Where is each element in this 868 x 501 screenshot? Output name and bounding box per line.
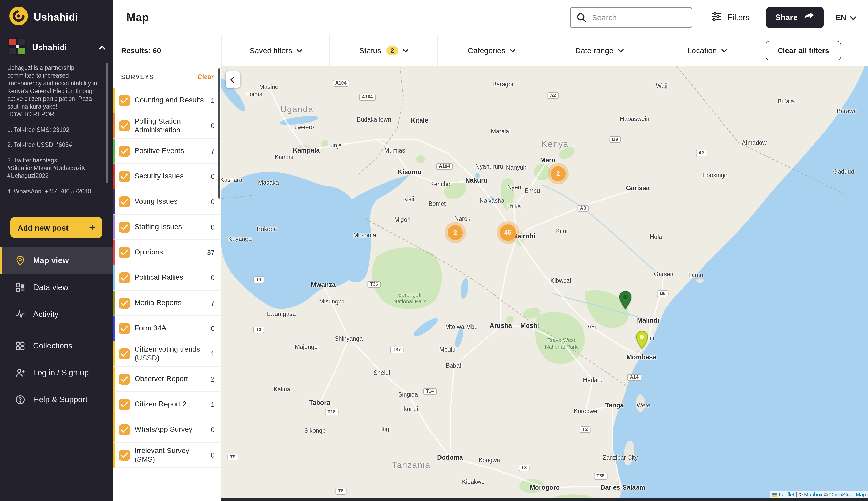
survey-item[interactable]: WhatsApp Survey0: [113, 417, 221, 443]
map-pin-marker[interactable]: [635, 331, 649, 351]
road-shield: T3: [519, 465, 529, 471]
filter-dropdown-saved-filters[interactable]: Saved filters: [221, 35, 329, 66]
sidebar-item-activity[interactable]: Activity: [0, 301, 113, 328]
road-shield: T3: [253, 327, 264, 333]
filter-dropdown-location[interactable]: Location: [653, 35, 760, 66]
city-label: Kaliua: [274, 386, 290, 392]
survey-item[interactable]: Polling Station Administration0: [113, 113, 221, 139]
main-area: Map Filters: [113, 0, 868, 501]
surveys-title: SURVEYS: [121, 73, 154, 81]
attribution-link[interactable]: Leaflet: [779, 492, 794, 497]
survey-item[interactable]: Positive Events7: [113, 139, 221, 164]
city-label: Dodoma: [437, 454, 463, 461]
survey-item[interactable]: Citizen Report 21: [113, 392, 221, 417]
sidebar-item-map-view[interactable]: Map view: [0, 247, 113, 274]
city-label: Kashara: [221, 177, 242, 183]
sidebar: Ushahidi Ushahidi Uchaguzi is a partners…: [0, 0, 113, 501]
survey-checkbox[interactable]: [119, 298, 130, 308]
city-label: Ikungi: [402, 406, 418, 412]
survey-item[interactable]: Form 34A0: [113, 316, 221, 341]
filters-label: Filters: [728, 13, 749, 22]
survey-checkbox[interactable]: [119, 424, 130, 435]
description-scrollbar[interactable]: [106, 63, 108, 183]
surveys-clear-link[interactable]: Clear: [197, 73, 214, 81]
filter-dropdown-categories[interactable]: Categories: [437, 35, 545, 66]
survey-checkbox[interactable]: [119, 95, 130, 106]
survey-count: 0: [211, 426, 215, 434]
survey-checkbox[interactable]: [119, 272, 130, 283]
survey-item[interactable]: Observer Report2: [113, 366, 221, 392]
survey-checkbox[interactable]: [119, 348, 130, 359]
survey-checkbox[interactable]: [119, 222, 130, 232]
survey-name: Observer Report: [135, 375, 206, 384]
survey-item[interactable]: Citizen voting trends (USSD)1: [113, 341, 221, 366]
city-label: Zanzibar City: [603, 455, 638, 461]
survey-checkbox[interactable]: [119, 171, 130, 182]
city-label: Meru: [540, 157, 555, 164]
map-canvas[interactable]: UgandaKenyaTanzaniaMasindiHoimaBaragoiWa…: [221, 66, 868, 501]
attribution-link[interactable]: OpenStreetMap: [829, 492, 866, 497]
surveys-scrollbar[interactable]: [218, 68, 220, 199]
chevron-up-icon: [99, 45, 105, 52]
sidebar-item-help-support[interactable]: Help & Support: [0, 386, 113, 413]
survey-checkbox[interactable]: [119, 449, 130, 460]
city-label: Sikonge: [304, 428, 326, 434]
attribution-text: ©: [824, 492, 828, 497]
deployment-logo-icon: [8, 38, 26, 57]
map-cluster-marker[interactable]: 2: [551, 166, 566, 181]
city-label: Misungwi: [319, 298, 344, 305]
survey-count: 1: [211, 96, 215, 104]
add-new-post-button[interactable]: Add new post +: [10, 217, 103, 238]
attribution-link[interactable]: Mapbox: [804, 492, 823, 497]
deployment-description-wrap: Uchaguzi is a partnership committed to i…: [0, 61, 113, 193]
city-label: Afmadow: [742, 140, 766, 146]
city-label: Morogoro: [530, 484, 560, 491]
survey-item[interactable]: Voting Issues0: [113, 189, 221, 215]
survey-checkbox[interactable]: [119, 120, 130, 131]
city-label: Shinyanga: [335, 335, 363, 342]
collapse-panel-button[interactable]: [225, 71, 240, 88]
road-shield: B8: [657, 290, 668, 297]
sidebar-item-collections[interactable]: Collections: [0, 332, 113, 359]
filter-dropdown-status[interactable]: Status2: [329, 35, 437, 66]
city-label: Mombasa: [626, 354, 656, 361]
city-label: Dar es-Salaam: [601, 484, 645, 491]
survey-item[interactable]: Media Reports7: [113, 290, 221, 316]
survey-item[interactable]: Staffing Issues0: [113, 215, 221, 240]
map-cluster-marker[interactable]: 45: [500, 224, 516, 241]
survey-count: 37: [207, 248, 215, 256]
filter-dropdown-date-range[interactable]: Date range: [545, 35, 653, 66]
survey-checkbox[interactable]: [119, 374, 130, 384]
survey-checkbox[interactable]: [119, 323, 130, 334]
survey-item[interactable]: Security Issues0: [113, 164, 221, 189]
search-icon: [575, 12, 587, 25]
survey-checkbox[interactable]: [119, 146, 130, 157]
clear-all-filters-button[interactable]: Clear all filters: [765, 41, 841, 60]
city-label: Singida: [398, 391, 418, 397]
city-label: Nanyuki: [506, 164, 527, 171]
deployment-selector[interactable]: Ushahidi: [0, 34, 113, 61]
sidebar-item-label: Help & Support: [33, 395, 87, 404]
survey-checkbox[interactable]: [119, 196, 130, 207]
survey-item[interactable]: Political Rallies0: [113, 265, 221, 290]
search-input[interactable]: [570, 7, 692, 28]
road-shield: T18: [325, 409, 338, 415]
survey-checkbox[interactable]: [119, 399, 130, 410]
road-shield: T37: [390, 347, 403, 353]
survey-item[interactable]: Opinions37: [113, 240, 221, 265]
map-pin-marker[interactable]: [619, 291, 632, 311]
city-label: Mto wa Mbu: [445, 324, 477, 330]
map-labels: UgandaKenyaTanzaniaMasindiHoimaBaragoiWa…: [221, 66, 868, 501]
language-selector[interactable]: EN: [836, 13, 856, 21]
filters-button[interactable]: Filters: [710, 11, 749, 24]
map-cluster-marker[interactable]: 2: [448, 225, 463, 240]
sidebar-item-log-in-sign-up[interactable]: Log in / Sign up: [0, 359, 113, 386]
survey-checkbox[interactable]: [119, 247, 130, 258]
survey-item[interactable]: Counting and Results1: [113, 88, 221, 113]
share-button[interactable]: Share: [766, 7, 824, 28]
survey-item[interactable]: Irrelevant Survey (SMS)0: [113, 443, 221, 468]
sidebar-item-data-view[interactable]: Data view: [0, 274, 113, 301]
filter-label: Status: [359, 46, 381, 55]
search-box: [570, 7, 692, 28]
chevron-down-icon: [618, 47, 624, 53]
